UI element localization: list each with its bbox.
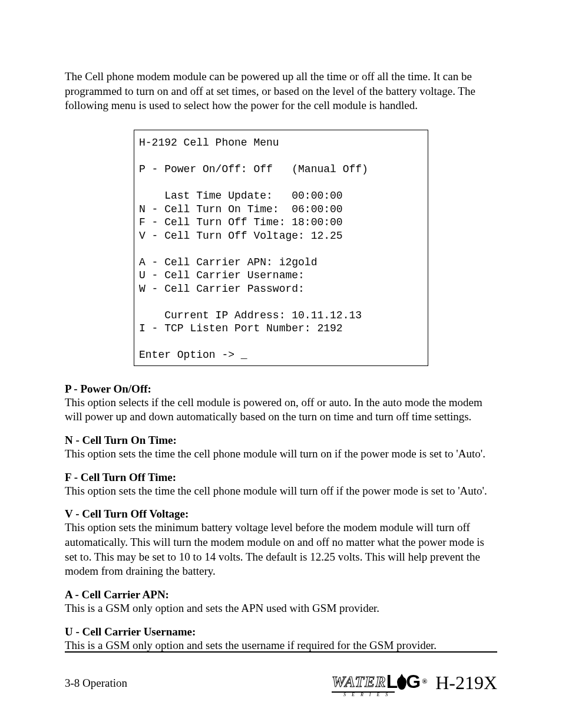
section-u-heading: U - Cell Carrier Username: (65, 625, 497, 638)
logo-l: L (386, 671, 398, 693)
section-a-body: This is a GSM only option and sets the A… (65, 601, 497, 616)
drop-icon (397, 677, 406, 690)
footer: 3-8 Operation WATERLG® S E R I E S H-219… (65, 672, 497, 694)
intro-paragraph: The Cell phone modem module can be power… (65, 70, 497, 113)
footer-rule (65, 651, 497, 653)
menu-line-f: F - Cell Turn Off Time: 18:00:00 (139, 216, 343, 228)
waterlog-logo: WATERLG® S E R I E S (332, 672, 427, 694)
section-v-body: This option sets the minimum battery vol… (65, 521, 497, 579)
section-a: A - Cell Carrier APN: This is a GSM only… (65, 588, 497, 616)
section-p-body: This option selects if the cell module i… (65, 396, 497, 424)
section-v: V - Cell Turn Off Voltage: This option s… (65, 508, 497, 579)
menu-line-n: N - Cell Turn On Time: 06:00:00 (139, 203, 343, 215)
menu-line-i: I - TCP Listen Port Number: 2192 (139, 322, 343, 334)
logo-g: G (406, 671, 421, 693)
section-f-heading: F - Cell Turn Off Time: (65, 471, 497, 484)
footer-right: WATERLG® S E R I E S H-219X (332, 672, 497, 694)
section-v-heading: V - Cell Turn Off Voltage: (65, 508, 497, 521)
section-n-heading: N - Cell Turn On Time: (65, 434, 497, 447)
logo-water-text: WATER (332, 673, 386, 691)
menu-line-v: V - Cell Turn Off Voltage: 12.25 (139, 230, 343, 242)
section-f-body: This option sets the time the cell phone… (65, 484, 497, 499)
menu-line-u: U - Cell Carrier Username: (139, 269, 305, 281)
section-u-body: This is a GSM only option and sets the u… (65, 638, 497, 653)
menu-title: H-2192 Cell Phone Menu (139, 137, 279, 149)
menu-line-ip: Current IP Address: 10.11.12.13 (139, 309, 362, 321)
footer-page-label: 3-8 Operation (65, 677, 127, 690)
menu-line-w: W - Cell Carrier Password: (139, 283, 305, 295)
section-f: F - Cell Turn Off Time: This option sets… (65, 471, 497, 499)
section-n-body: This option sets the time the cell phone… (65, 447, 497, 462)
menu-line-last: Last Time Update: 00:00:00 (139, 190, 343, 202)
cell-phone-menu-box: H-2192 Cell Phone Menu P - Power On/Off:… (134, 130, 428, 366)
model-number: H-219X (435, 672, 497, 694)
registered-icon: ® (422, 677, 427, 686)
logo-series-text: S E R I E S (343, 692, 390, 697)
section-p-heading: P - Power On/Off: (65, 383, 497, 396)
section-n: N - Cell Turn On Time: This option sets … (65, 434, 497, 462)
section-a-heading: A - Cell Carrier APN: (65, 588, 497, 601)
menu-line-a: A - Cell Carrier APN: i2gold (139, 256, 317, 268)
section-u: U - Cell Carrier Username: This is a GSM… (65, 625, 497, 653)
menu-prompt: Enter Option -> _ (139, 349, 247, 361)
section-p: P - Power On/Off: This option selects if… (65, 383, 497, 424)
menu-line-p: P - Power On/Off: Off (Manual Off) (139, 163, 368, 175)
